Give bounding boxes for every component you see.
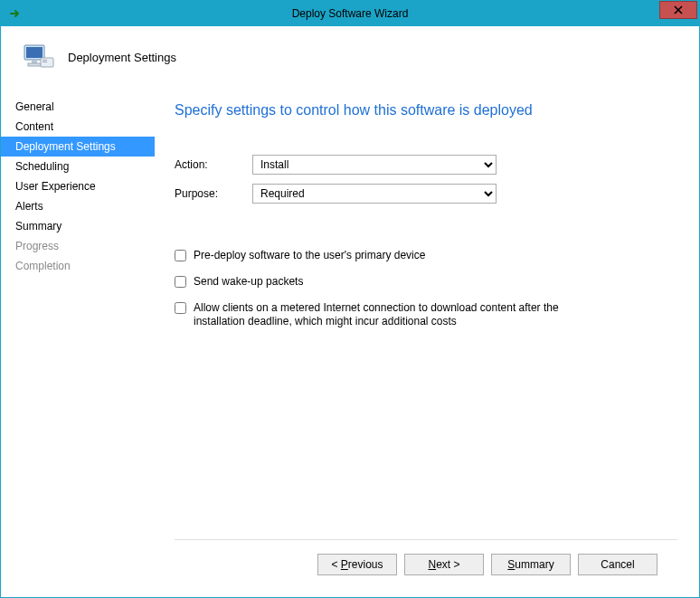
- wizard-body: General Content Deployment Settings Sche…: [1, 90, 699, 597]
- header-title: Deployment Settings: [68, 51, 176, 64]
- sidebar: General Content Deployment Settings Sche…: [1, 90, 155, 597]
- predeploy-checkbox[interactable]: [175, 250, 186, 261]
- svg-rect-5: [43, 60, 47, 61]
- forward-arrow-icon: [8, 6, 23, 21]
- spacer: [175, 341, 677, 539]
- sidebar-item-progress: Progress: [1, 236, 155, 256]
- sidebar-item-scheduling[interactable]: Scheduling: [1, 157, 155, 176]
- sidebar-item-user-experience[interactable]: User Experience: [1, 176, 155, 196]
- page-heading: Specify settings to control how this sof…: [175, 102, 677, 119]
- next-button[interactable]: Next >: [404, 554, 484, 575]
- window-title: Deploy Software Wizard: [292, 7, 409, 20]
- metered-checkbox-row[interactable]: Allow clients on a metered Internet conn…: [175, 301, 609, 328]
- computer-icon: [19, 40, 55, 76]
- sidebar-item-content[interactable]: Content: [1, 117, 155, 137]
- sidebar-item-summary[interactable]: Summary: [1, 216, 155, 236]
- action-label: Action:: [175, 158, 252, 171]
- close-icon: [674, 4, 683, 17]
- svg-rect-3: [28, 63, 41, 66]
- sidebar-item-completion: Completion: [1, 256, 155, 276]
- purpose-row: Purpose: Required: [175, 184, 677, 204]
- footer: < Previous Next > Summary Cancel: [175, 539, 677, 588]
- action-row: Action: Install: [175, 155, 677, 175]
- titlebar: Deploy Software Wizard: [1, 1, 699, 26]
- svg-rect-1: [26, 47, 43, 58]
- svg-rect-6: [43, 62, 47, 62]
- purpose-select[interactable]: Required: [252, 184, 497, 204]
- metered-checkbox[interactable]: [175, 302, 186, 314]
- wakeup-checkbox[interactable]: [175, 276, 186, 288]
- predeploy-label: Pre-deploy software to the user's primar…: [194, 249, 425, 262]
- wizard-window: Deploy Software Wizard Deployment Settin…: [0, 0, 700, 598]
- header-band: Deployment Settings: [1, 26, 699, 90]
- metered-label: Allow clients on a metered Internet conn…: [194, 301, 609, 328]
- sidebar-item-general[interactable]: General: [1, 97, 155, 117]
- summary-button[interactable]: Summary: [491, 554, 571, 575]
- sidebar-item-deployment-settings[interactable]: Deployment Settings: [1, 137, 155, 157]
- purpose-label: Purpose:: [175, 187, 252, 200]
- wakeup-checkbox-row[interactable]: Send wake-up packets: [175, 275, 609, 289]
- action-select[interactable]: Install: [252, 155, 497, 175]
- predeploy-checkbox-row[interactable]: Pre-deploy software to the user's primar…: [175, 249, 609, 262]
- close-button[interactable]: [659, 1, 697, 19]
- main-panel: Specify settings to control how this sof…: [155, 90, 699, 597]
- previous-button[interactable]: < Previous: [317, 554, 397, 575]
- sidebar-item-alerts[interactable]: Alerts: [1, 196, 155, 216]
- checkbox-section: Pre-deploy software to the user's primar…: [175, 249, 677, 341]
- cancel-button[interactable]: Cancel: [578, 554, 657, 575]
- wakeup-label: Send wake-up packets: [194, 275, 303, 289]
- svg-rect-2: [32, 60, 37, 63]
